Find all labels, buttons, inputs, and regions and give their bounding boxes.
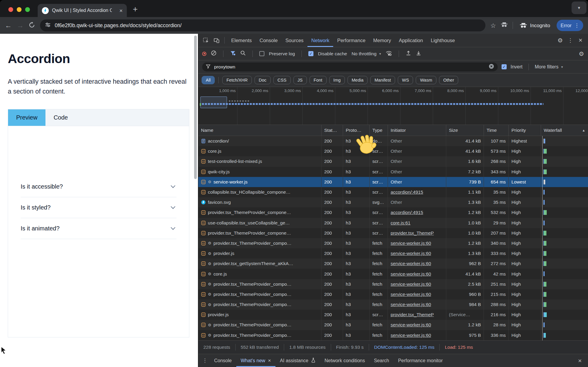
- request-row[interactable]: <>⚙provider.tsx_ThemeProvider_compo…200h…: [198, 330, 588, 340]
- throttling-select[interactable]: No throttling ▾: [351, 51, 381, 56]
- browser-tab[interactable]: Qwik UI | Styled Accordion Co ×: [38, 4, 127, 17]
- bookmark-star-icon[interactable]: ☆: [490, 22, 496, 29]
- request-row[interactable]: <>⚙service-worker.js200h3scr…Other739 B6…: [198, 177, 588, 187]
- devtools-close-icon[interactable]: ×: [575, 35, 586, 45]
- drawer-close-icon[interactable]: ×: [575, 356, 585, 366]
- minimize-window-icon[interactable]: [17, 7, 22, 12]
- request-row[interactable]: <>⚙provider.tsx_ThemeProvider_compo…200h…: [198, 279, 588, 289]
- disable-cache-checkbox[interactable]: ✓: [308, 51, 313, 56]
- request-row[interactable]: <>⚙provider.tsx_getSystemTheme_aKkA…200h…: [198, 259, 588, 269]
- filter-chip-js[interactable]: JS: [293, 76, 307, 84]
- filter-icon[interactable]: [230, 50, 236, 57]
- maximize-window-icon[interactable]: [25, 7, 30, 12]
- filter-chip-ws[interactable]: WS: [398, 76, 413, 84]
- timeline-selection-window[interactable]: [200, 97, 227, 108]
- request-row[interactable]: <>⚙provider.tsx_ThemeProvider_compo…200h…: [198, 289, 588, 299]
- network-settings-gear-icon[interactable]: ⚙: [579, 50, 584, 57]
- invert-checkbox[interactable]: ✓: [502, 64, 507, 69]
- drawer-tab-close-icon[interactable]: ×: [268, 358, 271, 364]
- tab-close-icon[interactable]: ×: [119, 8, 123, 13]
- devtools-tab-performance[interactable]: Performance: [333, 34, 369, 47]
- request-row[interactable]: <>⚙core.js200h3fetchservice-worker.js:60…: [198, 269, 588, 279]
- filter-chip-img[interactable]: Img: [329, 76, 345, 84]
- initiator-link[interactable]: service-worker.js:60: [391, 241, 431, 246]
- devtools-tab-application[interactable]: Application: [395, 34, 427, 47]
- initiator-link[interactable]: accordion/:4915: [391, 189, 423, 195]
- filter-chip-wasm[interactable]: Wasm: [416, 76, 436, 84]
- filter-chip-all[interactable]: All: [202, 76, 215, 84]
- initiator-link[interactable]: service-worker.js:60: [391, 333, 431, 338]
- network-conditions-icon[interactable]: [386, 50, 392, 57]
- filter-chip-font[interactable]: Font: [310, 76, 327, 84]
- close-window-icon[interactable]: [8, 7, 13, 12]
- export-har-icon[interactable]: [416, 50, 421, 57]
- back-button[interactable]: ←: [5, 22, 12, 29]
- search-icon[interactable]: [240, 50, 246, 57]
- column-header-priority[interactable]: Priority: [509, 125, 541, 136]
- clear-filter-icon[interactable]: [489, 64, 494, 70]
- preserve-log-checkbox[interactable]: [259, 51, 264, 56]
- initiator-link[interactable]: service-worker.js:60: [391, 251, 431, 256]
- initiator-link[interactable]: service-worker.js:60: [391, 292, 431, 297]
- initiator-link[interactable]: service-worker.js:60: [391, 261, 431, 266]
- filter-chip-other[interactable]: Other: [439, 76, 458, 84]
- forward-button[interactable]: →: [17, 22, 24, 29]
- more-filters-button[interactable]: More filters ▾: [535, 64, 563, 70]
- devtools-more-icon[interactable]: ⋮: [565, 35, 575, 45]
- initiator-link[interactable]: service-worker.js:60: [391, 282, 431, 287]
- url-bar[interactable]: 0f6e2f0b.qwik-ui-site.pages.dev/docs/sty…: [40, 19, 485, 31]
- drawer-tab-what-s-new[interactable]: What's new×: [236, 354, 275, 367]
- initiator-link[interactable]: core.js:61: [391, 220, 410, 226]
- request-row[interactable]: <>provider.tsx_ThemeProvider_compone…200…: [198, 228, 588, 238]
- drawer-tab-performance-monitor[interactable]: Performance monitor: [394, 354, 447, 367]
- accordion-trigger-is-it-accessible[interactable]: Is it accessible?: [21, 176, 176, 197]
- page-tab-preview[interactable]: Preview: [8, 109, 45, 126]
- initiator-link[interactable]: provider.tsx_ThemeP: [391, 312, 434, 317]
- accordion-trigger-is-it-animated[interactable]: Is it animated?: [21, 218, 176, 239]
- column-header-name[interactable]: Name: [198, 125, 322, 136]
- filter-chip-fetch-xhr[interactable]: Fetch/XHR: [222, 76, 252, 84]
- column-header-stat[interactable]: Stat…: [322, 125, 343, 136]
- devtools-tab-elements[interactable]: Elements: [227, 34, 256, 47]
- request-row[interactable]: <>use-collapsible.tsx_useCollapsible_ge……: [198, 218, 588, 228]
- devtools-tab-lighthouse[interactable]: Lighthouse: [427, 34, 459, 47]
- request-row[interactable]: <>⚙provider.tsx_ThemeProvider_compo…200h…: [198, 320, 588, 330]
- initiator-link[interactable]: service-worker.js:60: [391, 271, 431, 277]
- site-info-icon[interactable]: [45, 22, 51, 29]
- request-row[interactable]: <>provider.js200h3scr…provider.tsx_Theme…: [198, 310, 588, 320]
- devtools-tab-network[interactable]: Network: [307, 34, 333, 47]
- column-header-time[interactable]: Time: [484, 125, 509, 136]
- drawer-tab-search[interactable]: Search: [369, 354, 394, 367]
- initiator-link[interactable]: provider.tsx_ThemeP: [391, 230, 434, 236]
- request-row[interactable]: <>collapsible.tsx_HCollapsible_compone…2…: [198, 187, 588, 197]
- column-header-type[interactable]: Type: [370, 125, 388, 136]
- network-overview-timeline[interactable]: 1,000 ms2,000 ms3,000 ms4,000 ms5,000 ms…: [198, 87, 588, 125]
- record-network-log-icon[interactable]: [202, 52, 206, 56]
- initiator-link[interactable]: accordion/:4915: [391, 210, 423, 215]
- request-row[interactable]: <>⚙provider.tsx_ThemeProvider_compo…200h…: [198, 238, 588, 248]
- request-row[interactable]: <>test-controlled-list-mixed.js200h3scr……: [198, 156, 588, 166]
- drawer-tab-network-conditions[interactable]: Network conditions: [320, 354, 369, 367]
- request-row[interactable]: accordion/200h3do…Other41.4 kB107 msHigh…: [198, 136, 588, 146]
- browser-menu-error-button[interactable]: Error ⋮: [557, 20, 583, 31]
- new-tab-button[interactable]: +: [133, 4, 138, 14]
- reload-button[interactable]: [29, 22, 35, 29]
- filter-chip-media[interactable]: Media: [348, 76, 368, 84]
- column-header-waterfall[interactable]: Waterfall▲: [541, 125, 588, 136]
- request-row[interactable]: <>⚙provider.tsx_ThemeProvider_compo…200h…: [198, 299, 588, 310]
- devtools-settings-gear-icon[interactable]: ⚙: [555, 35, 565, 45]
- devtools-tab-sources[interactable]: Sources: [281, 34, 307, 47]
- import-har-icon[interactable]: [406, 50, 411, 57]
- drawer-menu-icon[interactable]: ⋮: [201, 356, 208, 366]
- page-scrollbar[interactable]: [194, 36, 197, 179]
- request-row[interactable]: <>qwik-city.js200h3scr…Other7.2 kB343 ms…: [198, 167, 588, 177]
- network-filter-field[interactable]: [202, 62, 498, 71]
- column-header-initiator[interactable]: Initiator: [388, 125, 446, 136]
- filter-chip-css[interactable]: CSS: [273, 76, 291, 84]
- request-row[interactable]: <>core.js200h3scr…Other41.4 kB573 msHigh: [198, 146, 588, 156]
- filter-chip-doc[interactable]: Doc: [255, 76, 271, 84]
- network-filter-input[interactable]: [214, 64, 486, 70]
- accordion-trigger-is-it-styled[interactable]: Is it styled?: [21, 197, 176, 218]
- initiator-link[interactable]: service-worker.js:60: [391, 302, 431, 307]
- devtools-tab-memory[interactable]: Memory: [369, 34, 395, 47]
